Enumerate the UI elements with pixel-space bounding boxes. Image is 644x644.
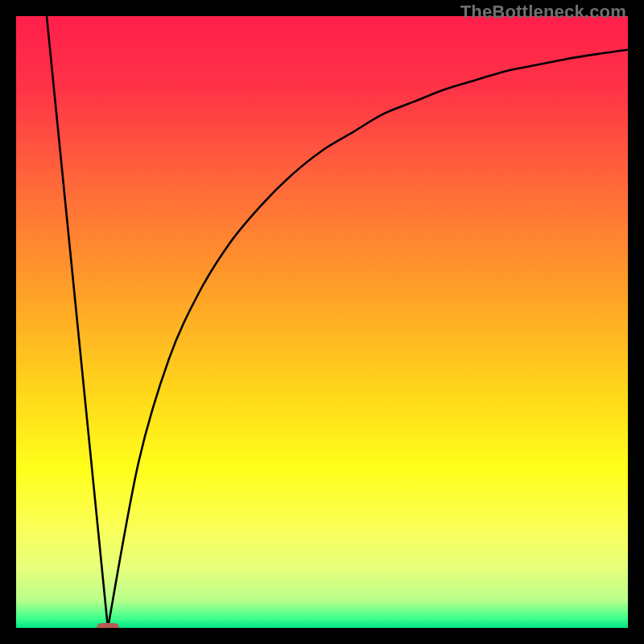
chart-svg — [16, 16, 628, 628]
background-rect — [16, 16, 628, 628]
marker-layer — [97, 623, 119, 628]
plot-area — [16, 16, 628, 628]
chart-frame: TheBottleneck.com — [0, 0, 644, 644]
watermark-text: TheBottleneck.com — [460, 2, 626, 23]
minimum-marker — [97, 623, 119, 628]
